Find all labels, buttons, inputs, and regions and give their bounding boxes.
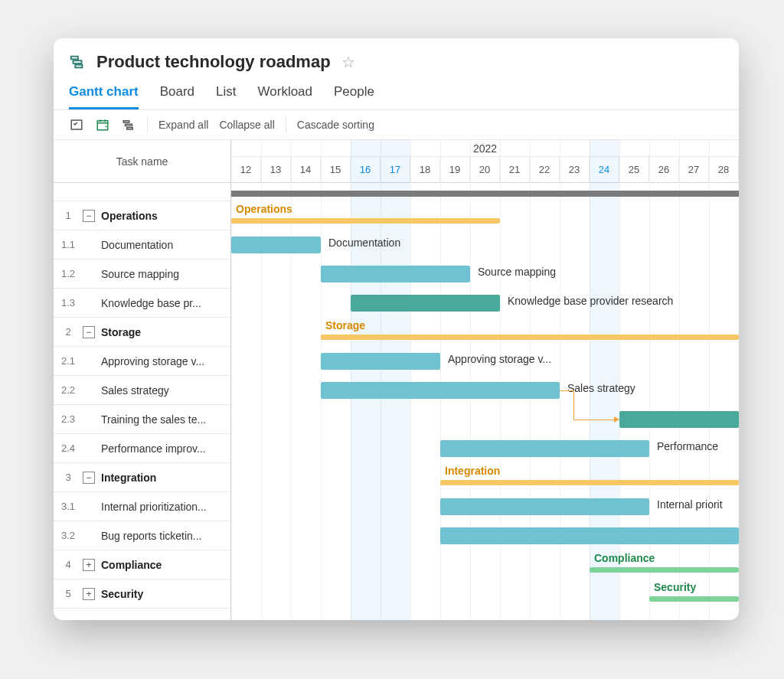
gantt-bars-icon[interactable] <box>121 117 136 132</box>
toolbar-divider <box>286 116 286 133</box>
row-number: 4 <box>54 559 83 570</box>
task-name: Internal prioritization... <box>101 501 211 513</box>
tab-board[interactable]: Board <box>160 80 194 109</box>
row-number: 3.2 <box>54 530 83 541</box>
overview-bar-row <box>231 183 739 201</box>
svg-rect-3 <box>71 120 82 129</box>
gantt-area: Task name 1−Operations1.1Documentation1.… <box>54 140 739 620</box>
group-name: Operations <box>101 210 162 222</box>
spacer-row <box>54 183 230 201</box>
cascade-sorting-button[interactable]: Cascade sorting <box>297 119 374 131</box>
task-name: Training the sales te... <box>101 413 211 426</box>
svg-rect-2 <box>75 65 82 68</box>
group-name: Compliance <box>101 559 166 571</box>
expand-toggle-icon[interactable]: + <box>83 559 95 571</box>
row-number: 2.4 <box>54 442 83 454</box>
task-name: Bug reports ticketin... <box>101 530 207 542</box>
task-row[interactable]: 2.2Sales strategy <box>54 376 230 405</box>
svg-rect-6 <box>126 124 132 126</box>
toolbar: Expand all Collapse all Cascade sorting <box>54 110 739 140</box>
task-bar-label: Documentation <box>328 237 400 249</box>
task-name: Knowledge base pr... <box>101 297 206 309</box>
task-bar[interactable] <box>440 527 739 544</box>
svg-rect-5 <box>123 121 129 122</box>
expand-all-button[interactable]: Expand all <box>158 119 208 131</box>
collapse-toggle-icon[interactable]: − <box>83 326 95 338</box>
row-number: 2 <box>54 326 83 338</box>
group-bar-label: Compliance <box>594 552 655 564</box>
group-bar-label: Storage <box>325 319 365 331</box>
row-number: 1.2 <box>54 268 83 279</box>
collapse-toggle-icon[interactable]: − <box>83 472 95 484</box>
row-number: 2.1 <box>54 355 83 367</box>
group-bar[interactable] <box>231 218 500 224</box>
header: Product technology roadmap ☆ <box>54 38 739 80</box>
tab-people[interactable]: People <box>334 80 374 109</box>
task-row[interactable]: 2.1Approving storage v... <box>54 347 230 376</box>
row-number: 1.3 <box>54 297 83 308</box>
svg-rect-7 <box>127 128 133 129</box>
row-number: 3 <box>54 472 83 483</box>
group-row[interactable]: 1−Operations <box>54 201 230 230</box>
group-bar[interactable] <box>321 335 739 340</box>
row-number: 3.1 <box>54 501 83 512</box>
group-bar[interactable] <box>440 480 739 485</box>
task-bar[interactable] <box>321 266 470 282</box>
task-name-header: Task name <box>54 140 230 183</box>
gantt-logo-icon <box>69 54 86 70</box>
tab-list[interactable]: List <box>216 80 236 109</box>
overview-bar[interactable] <box>231 191 739 197</box>
task-bar-label: Source mapping <box>478 266 556 278</box>
page-title: Product technology roadmap <box>96 52 331 72</box>
checklist-icon[interactable] <box>69 117 84 132</box>
group-row[interactable]: 3−Integration <box>54 463 230 492</box>
task-bar[interactable] <box>440 440 649 457</box>
task-bar-label: Sales strategy <box>567 382 635 394</box>
task-row[interactable]: 1.3Knowledge base pr... <box>54 289 230 318</box>
group-row[interactable]: 2−Storage <box>54 318 230 347</box>
timeline-pane[interactable]: 2022 1213141516171819202122232425262728 … <box>231 140 739 620</box>
task-bar[interactable] <box>619 411 739 428</box>
task-row[interactable]: 2.4Performance improv... <box>54 434 230 463</box>
view-tabs: Gantt chartBoardListWorkloadPeople <box>54 80 739 110</box>
expand-toggle-icon[interactable]: + <box>83 588 95 600</box>
svg-rect-1 <box>74 60 82 64</box>
row-number: 2.3 <box>54 413 83 425</box>
favorite-star-icon[interactable]: ☆ <box>341 53 355 71</box>
task-name: Performance improv... <box>101 442 211 455</box>
task-name: Source mapping <box>101 268 184 280</box>
group-row[interactable]: 5+Security <box>54 579 230 609</box>
group-bar-label: Security <box>654 581 696 593</box>
group-bar-label: Integration <box>445 465 500 477</box>
task-name: Documentation <box>101 239 178 251</box>
task-bar-label: Internal priorit <box>657 498 723 511</box>
task-row[interactable]: 3.1Internal prioritization... <box>54 492 230 521</box>
tab-workload[interactable]: Workload <box>258 80 313 109</box>
app-card: Product technology roadmap ☆ Gantt chart… <box>54 38 739 620</box>
tab-gantt-chart[interactable]: Gantt chart <box>69 80 139 109</box>
task-row[interactable]: 1.2Source mapping <box>54 260 230 289</box>
calendar-check-icon[interactable] <box>95 117 110 132</box>
task-bar[interactable] <box>351 295 500 312</box>
group-bar[interactable] <box>649 596 739 602</box>
task-list-pane: Task name 1−Operations1.1Documentation1.… <box>54 140 231 620</box>
collapse-all-button[interactable]: Collapse all <box>219 119 274 131</box>
task-bar-label: Knowledge base provider research <box>508 295 673 307</box>
task-bar-label: Approving storage v... <box>448 353 551 365</box>
group-bar[interactable] <box>590 567 739 573</box>
row-number: 1 <box>54 210 83 221</box>
task-bar[interactable] <box>321 353 440 370</box>
group-row[interactable]: 4+Compliance <box>54 550 230 579</box>
task-bar[interactable] <box>321 382 560 399</box>
group-name: Security <box>101 588 148 600</box>
task-bar[interactable] <box>440 498 649 515</box>
task-row[interactable]: 2.3Training the sales te... <box>54 405 230 434</box>
group-name: Integration <box>101 472 161 484</box>
row-number: 1.1 <box>54 239 83 250</box>
task-bar-label: Performance <box>657 440 718 452</box>
row-number: 2.2 <box>54 384 83 396</box>
collapse-toggle-icon[interactable]: − <box>83 210 95 222</box>
task-row[interactable]: 1.1Documentation <box>54 230 230 260</box>
task-bar[interactable] <box>231 237 321 253</box>
task-row[interactable]: 3.2Bug reports ticketin... <box>54 521 230 550</box>
